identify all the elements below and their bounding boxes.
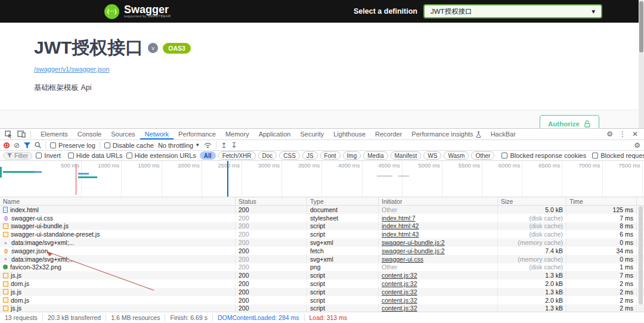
network-request-row[interactable]: ▸data:image/svg+xml;...200svg+xmlswagger… (0, 255, 644, 263)
disable-cache-checkbox[interactable]: Disable cache (104, 142, 154, 149)
tab-elements[interactable]: Elements (36, 129, 73, 139)
request-initiator[interactable]: content.js:32 (382, 280, 417, 287)
api-title: JWT授权接口 (34, 36, 143, 60)
page-scrollbar[interactable] (639, 0, 644, 128)
table-scrollbar[interactable] (638, 206, 643, 312)
network-request-row[interactable]: swagger-ui-bundle.js200scriptindex.html:… (0, 222, 644, 231)
request-initiator[interactable]: content.js:32 (382, 297, 417, 304)
tab-application[interactable]: Application (254, 129, 296, 139)
network-request-row[interactable]: swagger-ui-standalone-preset.js200script… (0, 230, 644, 238)
filter-pill-fetch-xhr[interactable]: Fetch/XHR (218, 151, 256, 160)
request-status: 200 (236, 263, 307, 272)
devtools-menu-icon[interactable]: ⋮ (619, 130, 626, 138)
tab-security[interactable]: Security (295, 129, 329, 139)
request-initiator[interactable]: content.js:32 (382, 305, 417, 312)
network-request-row[interactable]: dom.js200scriptcontent.js:322.0 kB2 ms (0, 279, 644, 288)
network-request-row[interactable]: js.js200scriptcontent.js:321.3 kB2 ms (0, 288, 644, 296)
js-file-icon (3, 223, 8, 229)
devtools-close-icon[interactable]: ✕ (632, 130, 638, 138)
js-file-icon (3, 273, 8, 278)
timeline-tick: 1500 ms (122, 161, 162, 197)
column-header-name[interactable]: Name (0, 197, 236, 205)
network-request-row[interactable]: ▸data:image/svg+xml;...200svg+xmlswagger… (0, 238, 644, 247)
request-initiator[interactable]: index.html:42 (382, 222, 419, 229)
network-request-row[interactable]: js.js200scriptcontent.js:321.3 kB7 ms (0, 271, 644, 279)
filter-pill-js[interactable]: JS (302, 151, 318, 160)
filter-pill-other[interactable]: Other (471, 151, 494, 160)
filter-pill-img[interactable]: Img (343, 151, 361, 160)
network-request-row[interactable]: js.js200scriptcontent.js:321.3 kB2 ms (0, 305, 644, 312)
request-name: dom.js (11, 280, 29, 287)
dom-content-loaded-time: DOMContentLoaded: 284 ms (213, 314, 305, 321)
request-initiator[interactable]: content.js:32 (382, 272, 417, 279)
column-header-time[interactable]: Time (566, 197, 637, 205)
tab-performance-insights[interactable]: Performance insights (407, 129, 485, 139)
inspect-element-icon[interactable] (5, 131, 13, 138)
filter-pill-wasm[interactable]: Wasm (444, 151, 469, 160)
preserve-log-checkbox[interactable]: Preserve log (50, 142, 95, 149)
export-har-icon[interactable]: ↧ (231, 142, 237, 148)
swagger-logo[interactable]: {···} Swagger supported by SMARTBEAR (104, 4, 171, 19)
import-har-icon[interactable]: ↥ (221, 142, 227, 148)
filter-pill-font[interactable]: Font (320, 151, 340, 160)
filter-pill-ws[interactable]: WS (423, 151, 441, 160)
devtools-settings-icon[interactable]: ⚙ (606, 130, 613, 138)
column-header-type[interactable]: Type (307, 197, 379, 205)
tab-console[interactable]: Console (73, 129, 106, 139)
filter-pill-all[interactable]: All (200, 151, 216, 160)
request-type: script (307, 279, 379, 288)
hide-extension-urls-checkbox[interactable]: Hide extension URLs (126, 152, 196, 159)
dcl-event-line (76, 164, 76, 195)
column-header-status[interactable]: Status (236, 197, 307, 205)
network-request-row[interactable]: {}swagger.json200fetchswagger-ui-bundle.… (0, 247, 644, 255)
clear-network-log-icon[interactable]: ⊘ (14, 142, 20, 148)
filter-funnel-icon[interactable] (24, 142, 30, 148)
network-request-row[interactable]: dom.js200scriptcontent.js:322.0 kB2 ms (0, 296, 644, 305)
tab-recorder[interactable]: Recorder (370, 129, 407, 139)
tab-performance[interactable]: Performance (174, 129, 221, 139)
request-initiator[interactable]: swagger-ui-bundle.js:2 (382, 239, 445, 246)
definition-select[interactable]: JWT授权接口 ▾ (423, 4, 602, 18)
filter-pill-media[interactable]: Media (363, 151, 388, 160)
invert-checkbox[interactable]: Invert (36, 152, 61, 159)
timeline-grid: 500 ms1000 ms1500 ms2000 ms2500 ms3000 m… (0, 161, 644, 197)
checkbox-blocked-requests[interactable]: Blocked requests (592, 152, 644, 159)
filter-pill-doc[interactable]: Doc (258, 151, 277, 160)
throttling-select[interactable]: No throttling ▼ (158, 142, 200, 149)
hide-data-urls-checkbox[interactable]: Hide data URLs (68, 152, 123, 159)
search-icon[interactable] (35, 142, 41, 148)
request-initiator[interactable]: swagger-ui.css (382, 256, 423, 263)
request-name: data:image/svg+xml;... (11, 239, 74, 246)
waterfall-bar (3, 171, 36, 173)
tab-lighthouse[interactable]: Lighthouse (329, 129, 370, 139)
request-initiator[interactable]: index.html:43 (382, 231, 419, 238)
column-header-size[interactable]: Size (498, 197, 566, 205)
request-initiator[interactable]: index.html:7 (382, 215, 416, 222)
network-overview[interactable]: 500 ms1000 ms1500 ms2000 ms2500 ms3000 m… (0, 161, 644, 197)
devtools-panel: ElementsConsoleSourcesNetworkPerformance… (0, 128, 644, 323)
filter-pill-css[interactable]: CSS (279, 151, 300, 160)
filter-input[interactable]: Filter (3, 152, 32, 160)
tab-network[interactable]: Network (140, 129, 174, 139)
network-request-row[interactable]: favicon-32x32.png200pngOther(disk cache)… (0, 263, 644, 272)
request-initiator[interactable]: content.js:32 (382, 288, 417, 296)
column-header-initiator[interactable]: Initiator (379, 197, 498, 205)
tab-hackbar[interactable]: HackBar (486, 129, 521, 139)
authorize-button[interactable]: Authorize (540, 115, 599, 128)
request-status: 200 (236, 279, 307, 288)
tab-memory[interactable]: Memory (221, 129, 254, 139)
checkbox-blocked-response-cookies[interactable]: Blocked response cookies (501, 152, 586, 159)
network-request-row[interactable]: index.html200documentOther5.0 kB125 ms (0, 206, 644, 214)
fetch-file-icon: {} (3, 248, 9, 254)
filter-pill-manifest[interactable]: Manifest (391, 151, 422, 160)
network-request-row[interactable]: {}swagger-ui.css200stylesheetindex.html:… (0, 214, 644, 222)
device-toolbar-icon[interactable] (17, 131, 26, 138)
record-network-log-button[interactable] (4, 142, 10, 148)
resource-type-filters: AllFetch/XHRDocCSSJSFontImgMediaManifest… (200, 151, 495, 160)
network-settings-icon[interactable]: ⚙ (634, 142, 640, 148)
tab-sources[interactable]: Sources (106, 129, 140, 139)
waterfall-bar (398, 175, 409, 177)
network-conditions-icon[interactable] (204, 142, 212, 148)
request-initiator[interactable]: swagger-ui-bundle.js:2 (382, 247, 445, 254)
spec-url-link[interactable]: /swagger/v1/swagger.json (34, 66, 644, 73)
